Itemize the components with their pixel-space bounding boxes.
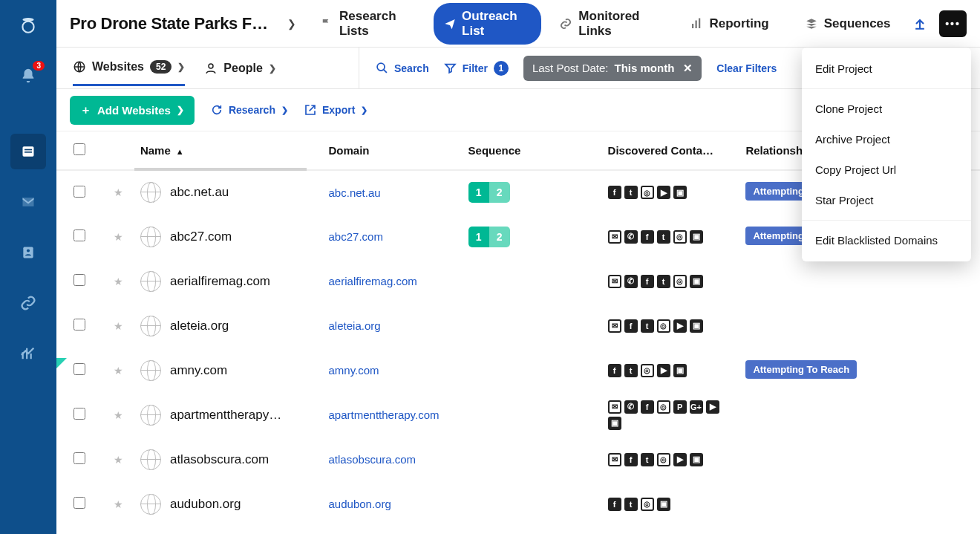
tw-icon[interactable]: t xyxy=(657,230,670,244)
table-row[interactable]: ★atlasobscura.comatlasobscura.com✉ft◎▶▣ xyxy=(56,437,980,482)
row-checkbox[interactable] xyxy=(74,319,85,331)
col-header-contacts[interactable]: Discovered Conta… xyxy=(602,131,740,170)
yt-icon[interactable]: ▶ xyxy=(657,186,670,199)
rail-item-links[interactable] xyxy=(10,285,46,321)
filter-chip-last-post-date[interactable]: Last Post Date: This month ✕ xyxy=(523,56,702,81)
domain-link[interactable]: atlasobscura.com xyxy=(329,453,416,466)
fb-icon[interactable]: f xyxy=(608,498,621,511)
yt-icon[interactable]: ▶ xyxy=(706,400,719,414)
nav-monitored-links[interactable]: Monitored Links xyxy=(549,3,672,45)
fb-icon[interactable]: f xyxy=(641,230,654,244)
tv-icon[interactable]: ▣ xyxy=(690,453,703,466)
domain-link[interactable]: aerialfiremag.com xyxy=(329,275,417,287)
tv-icon[interactable]: ▣ xyxy=(690,230,703,244)
phone-icon[interactable]: ✆ xyxy=(624,230,638,244)
mail-icon[interactable]: ✉ xyxy=(608,230,621,244)
phone-icon[interactable]: ✆ xyxy=(624,400,638,414)
domain-link[interactable]: apartmenttherapy.com xyxy=(329,408,440,421)
chip-close-icon[interactable]: ✕ xyxy=(683,62,693,75)
menu-edit-blacklist[interactable]: Edit Blacklisted Domains xyxy=(802,225,971,255)
domain-link[interactable]: audubon.org xyxy=(329,498,391,510)
ig-icon[interactable]: ◎ xyxy=(657,453,670,466)
rail-item-inbox[interactable] xyxy=(10,184,46,220)
more-menu-button[interactable]: ••• xyxy=(939,10,967,37)
table-row[interactable]: ★aleteia.orgaleteia.org✉ft◎▶▣ xyxy=(56,304,980,348)
ig-icon[interactable]: ◎ xyxy=(673,230,687,244)
tv-icon[interactable]: ▣ xyxy=(690,275,703,288)
table-row[interactable]: ★apartmenttherapy…apartmenttherapy.com✉✆… xyxy=(56,393,980,437)
filter-button[interactable]: Filter 1 xyxy=(444,61,509,76)
col-header-domain[interactable]: Domain xyxy=(323,131,463,170)
row-checkbox[interactable] xyxy=(74,274,85,286)
menu-copy-url[interactable]: Copy Project Url xyxy=(802,154,971,185)
menu-clone-project[interactable]: Clone Project xyxy=(802,94,971,124)
tw-icon[interactable]: t xyxy=(624,498,638,511)
fb-icon[interactable]: f xyxy=(641,400,654,414)
nav-sequences[interactable]: Sequences xyxy=(794,10,901,37)
fb-icon[interactable]: f xyxy=(641,275,654,288)
table-row[interactable]: ★aerialfiremag.comaerialfiremag.com✉✆ft◎… xyxy=(56,259,980,304)
tv-icon[interactable]: ▣ xyxy=(657,498,670,511)
star-icon[interactable]: ★ xyxy=(114,454,123,466)
notifications-icon[interactable]: 3 xyxy=(10,58,46,94)
nav-reporting[interactable]: Reporting xyxy=(679,10,779,37)
nav-outreach-list[interactable]: Outreach List xyxy=(434,3,541,45)
row-checkbox[interactable] xyxy=(74,186,85,198)
row-checkbox[interactable] xyxy=(74,408,85,420)
tv-icon[interactable]: ▣ xyxy=(690,319,703,333)
rail-item-projects[interactable] xyxy=(10,134,46,169)
menu-archive-project[interactable]: Archive Project xyxy=(802,124,971,154)
star-icon[interactable]: ★ xyxy=(114,320,123,332)
menu-edit-project[interactable]: Edit Project xyxy=(802,53,971,84)
mail-icon[interactable]: ✉ xyxy=(608,453,621,466)
pin-icon[interactable]: P xyxy=(673,400,687,414)
fb-icon[interactable]: f xyxy=(608,186,621,199)
ig-icon[interactable]: ◎ xyxy=(641,498,654,511)
row-checkbox[interactable] xyxy=(74,363,85,375)
domain-link[interactable]: abc27.com xyxy=(329,230,383,243)
rail-item-analytics[interactable] xyxy=(10,336,46,371)
row-checkbox[interactable] xyxy=(74,497,85,509)
tv-icon[interactable]: ▣ xyxy=(608,417,621,430)
domain-link[interactable]: amny.com xyxy=(329,364,379,377)
tw-icon[interactable]: t xyxy=(641,319,654,333)
col-header-name[interactable]: Name ▲ xyxy=(134,131,323,170)
star-icon[interactable]: ★ xyxy=(114,231,123,243)
gp-icon[interactable]: G+ xyxy=(690,400,703,414)
yt-icon[interactable]: ▶ xyxy=(657,364,670,377)
fb-icon[interactable]: f xyxy=(624,319,638,333)
mail-icon[interactable]: ✉ xyxy=(608,400,621,414)
yt-icon[interactable]: ▶ xyxy=(673,319,687,333)
tw-icon[interactable]: t xyxy=(624,186,638,199)
sequence-badges[interactable]: 12 xyxy=(468,227,596,247)
tab-websites[interactable]: Websites 52 ❯ xyxy=(73,50,185,86)
tab-people[interactable]: People ❯ xyxy=(204,51,275,85)
domain-link[interactable]: aleteia.org xyxy=(329,319,381,332)
mail-icon[interactable]: ✉ xyxy=(608,319,621,333)
star-icon[interactable]: ★ xyxy=(114,409,123,421)
sequence-badges[interactable]: 12 xyxy=(468,182,596,203)
add-websites-button[interactable]: ＋ Add Websites ❯ xyxy=(70,96,195,125)
clear-filters[interactable]: Clear Filters xyxy=(716,62,777,74)
select-all-checkbox[interactable] xyxy=(74,143,85,155)
phone-icon[interactable]: ✆ xyxy=(624,275,638,288)
nav-research-lists[interactable]: Research Lists xyxy=(310,3,426,45)
tv-icon[interactable]: ▣ xyxy=(673,364,687,377)
research-menu[interactable]: Research ❯ xyxy=(211,104,288,116)
domain-link[interactable]: abc.net.au xyxy=(329,186,381,199)
project-title[interactable]: Pro Drone State Parks From … xyxy=(70,14,274,33)
ig-icon[interactable]: ◎ xyxy=(657,400,670,414)
mail-icon[interactable]: ✉ xyxy=(608,275,621,288)
table-row[interactable]: ★audubon.orgaudubon.orgft◎▣ xyxy=(56,482,980,527)
ig-icon[interactable]: ◎ xyxy=(673,275,687,288)
relationship-stage-badge[interactable]: Attempting To Reach xyxy=(745,360,857,379)
table-row[interactable]: ★amny.comamny.comft◎▶▣Attempting To Reac… xyxy=(56,348,980,393)
search-button[interactable]: Search xyxy=(376,62,429,74)
row-checkbox[interactable] xyxy=(74,229,85,241)
fb-icon[interactable]: f xyxy=(624,453,638,466)
star-icon[interactable]: ★ xyxy=(114,276,123,287)
yt-icon[interactable]: ▶ xyxy=(673,453,687,466)
star-icon[interactable]: ★ xyxy=(114,498,123,510)
star-icon[interactable]: ★ xyxy=(114,365,123,377)
ig-icon[interactable]: ◎ xyxy=(641,364,654,377)
